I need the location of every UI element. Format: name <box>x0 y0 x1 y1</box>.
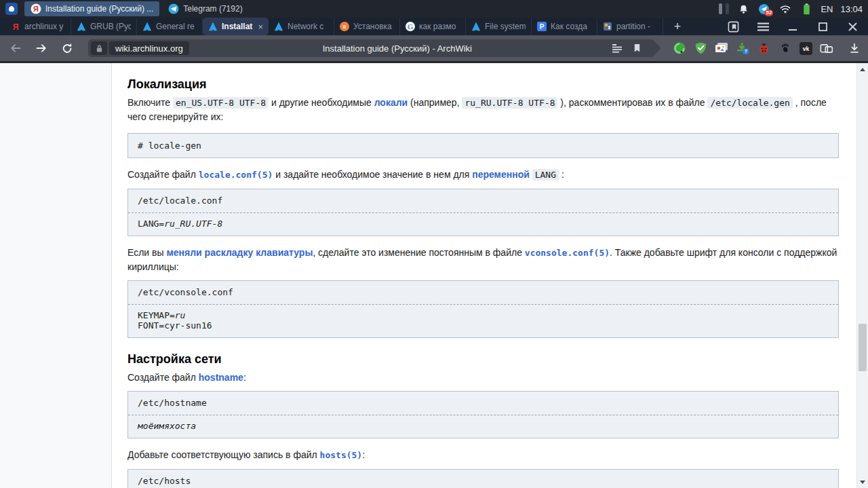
wiki-link[interactable]: locale.conf(5) <box>199 170 273 180</box>
svg-text:lt: lt <box>343 24 347 29</box>
browser-tab[interactable]: General re <box>137 18 203 35</box>
wiki-link[interactable]: vconsole.conf(5) <box>525 248 610 258</box>
browser-tab[interactable]: partition - <box>597 18 663 35</box>
taskbar-item-browser[interactable]: Я Installation guide (Русский) ... <box>24 1 159 16</box>
svg-text:Я: Я <box>33 5 39 13</box>
tab-label: Installat <box>222 22 254 31</box>
page-scrollbar[interactable] <box>856 63 868 488</box>
adguard-extension-icon[interactable] <box>694 41 707 55</box>
workspace-pager[interactable] <box>719 3 729 14</box>
paragraph: Создайте файл hostname: <box>127 371 839 384</box>
battery-icon[interactable] <box>800 2 813 16</box>
file-content-block: /etc/hostnameмоёимяхоста <box>127 391 839 438</box>
downloads-button[interactable] <box>848 41 861 55</box>
vk-extension-icon[interactable]: vk <box>799 41 812 55</box>
url-domain[interactable]: wiki.archlinux.org <box>109 41 189 55</box>
forward-button[interactable] <box>35 42 47 54</box>
maximize-button[interactable] <box>816 20 829 33</box>
code-line: # locale-gen <box>138 140 829 151</box>
code-line: FONT=cyr-sun16 <box>138 320 829 331</box>
browser-tab[interactable]: Gкак размо <box>400 18 466 35</box>
wifi-icon[interactable] <box>778 2 792 16</box>
browser-tab[interactable]: PКак созда <box>532 18 597 35</box>
file-content-block: /etc/locale.confLANG=ru_RU.UTF-8 <box>127 189 839 236</box>
file-path: /etc/hostname <box>128 392 838 415</box>
paragraph: Если вы меняли раскладку клавиатуры, сде… <box>127 246 839 274</box>
article-content: ЛокализацияВключите en_US.UTF-8 UTF-8 и … <box>127 63 839 488</box>
scroll-down-arrow[interactable] <box>857 477 868 487</box>
wiki-link[interactable]: hostname <box>199 372 243 383</box>
inline-code: ru_RU.UTF-8 UTF-8 <box>462 97 557 109</box>
yandex-favicon-icon: Я <box>11 22 20 31</box>
window-controls <box>727 20 868 33</box>
section-heading: Настройка сети <box>127 352 839 367</box>
tab-panel-icon[interactable] <box>727 20 739 33</box>
unread-count-badge: 52 <box>764 10 773 16</box>
taskbar-item-label: Installation guide (Русский) ... <box>45 4 153 14</box>
webpage-viewport: ЛокализацияВключите en_US.UTF-8 UTF-8 и … <box>0 63 868 488</box>
system-tray: 52 EN 13:04 <box>719 2 868 16</box>
savefrom-extension-icon[interactable]: ? <box>736 41 749 55</box>
tab-close-icon[interactable]: × <box>258 22 263 32</box>
browser-tab[interactable]: Яarchlinux y <box>5 18 71 35</box>
turbo-extension-icon[interactable] <box>673 41 686 55</box>
close-button[interactable] <box>846 20 859 33</box>
browser-toolbar: wiki.archlinux.org Installation guide (Р… <box>0 35 868 61</box>
code-line: KEYMAP=ru <box>138 310 829 320</box>
browser-tab[interactable]: ltУстановка <box>334 18 400 35</box>
browser-tab[interactable]: Installat× <box>203 18 269 35</box>
wiki-link[interactable]: переменной <box>472 169 530 180</box>
wiki-link[interactable]: hosts(5) <box>320 450 363 460</box>
bookmark-flag-icon[interactable] <box>630 41 644 55</box>
tab-label: archlinux y <box>24 22 65 31</box>
ssl-lock-icon[interactable] <box>91 41 107 55</box>
tab-label: Установка <box>353 22 394 31</box>
google-favicon-icon: G <box>406 22 415 31</box>
wiki-link[interactable]: меняли раскладку клавиатуры <box>166 247 313 258</box>
back-button[interactable] <box>9 42 22 54</box>
arch-favicon-icon <box>208 22 218 31</box>
file-content-block: /etc/vconsole.confKEYMAP=ruFONT=cyr-sun1… <box>127 280 839 338</box>
app-menu-button[interactable] <box>0 0 23 18</box>
scrollbar-thumb[interactable] <box>859 324 867 371</box>
reader-mode-icon[interactable] <box>611 41 625 55</box>
tab-label: General re <box>156 22 197 31</box>
scroll-up-arrow[interactable] <box>857 64 868 74</box>
svg-text:G: G <box>408 22 414 31</box>
notifications-bell-icon[interactable] <box>736 2 750 16</box>
keyboard-layout-indicator[interactable]: EN <box>821 4 833 14</box>
file-path: /etc/hosts <box>128 470 838 488</box>
bug-extension-icon[interactable] <box>757 41 770 55</box>
telegram-icon <box>168 3 179 14</box>
reload-button[interactable] <box>61 42 73 54</box>
telegram-tray-icon[interactable]: 52 <box>757 2 771 16</box>
wiki-link[interactable]: локали <box>374 97 408 108</box>
yandex-browser-icon: Я <box>31 3 41 14</box>
clock[interactable]: 13:04 <box>840 4 863 14</box>
browser-tab[interactable]: File system <box>466 18 532 35</box>
inline-code: /etc/locale.gen <box>707 97 792 109</box>
svg-text:?: ? <box>745 49 747 54</box>
gnome-extension-icon[interactable] <box>778 41 791 55</box>
paragraph: Включите en_US.UTF-8 UTF-8 и другие необ… <box>127 96 839 124</box>
address-bar[interactable]: wiki.archlinux.org Installation guide (Р… <box>88 39 661 57</box>
taskbar-item-telegram[interactable]: Telegram (7192) <box>162 1 248 16</box>
inline-code: LANG <box>532 169 559 181</box>
new-tab-button[interactable]: + <box>663 18 692 35</box>
p-site-favicon-icon: P <box>537 22 547 31</box>
browser-tab[interactable]: GRUB (Рус <box>71 18 137 35</box>
taskbar-item-label: Telegram (7192) <box>183 4 242 14</box>
code-block: # locale-gen <box>127 133 839 158</box>
extensions-bar: ?vk <box>673 35 861 61</box>
arch-favicon-icon <box>77 22 86 31</box>
minimize-button[interactable] <box>787 20 799 33</box>
generic-site-favicon-icon <box>603 22 612 31</box>
menu-hamburger-icon[interactable] <box>757 20 769 33</box>
tab-label: partition - <box>616 22 657 31</box>
svg-text:vk: vk <box>802 45 809 52</box>
app-menu-icon <box>5 3 18 15</box>
passwords-extension-icon[interactable] <box>820 41 833 55</box>
browser-tab[interactable]: Network c <box>269 18 334 35</box>
tab-label: Как созда <box>551 22 591 31</box>
screenshot-extension-icon[interactable] <box>715 41 728 55</box>
